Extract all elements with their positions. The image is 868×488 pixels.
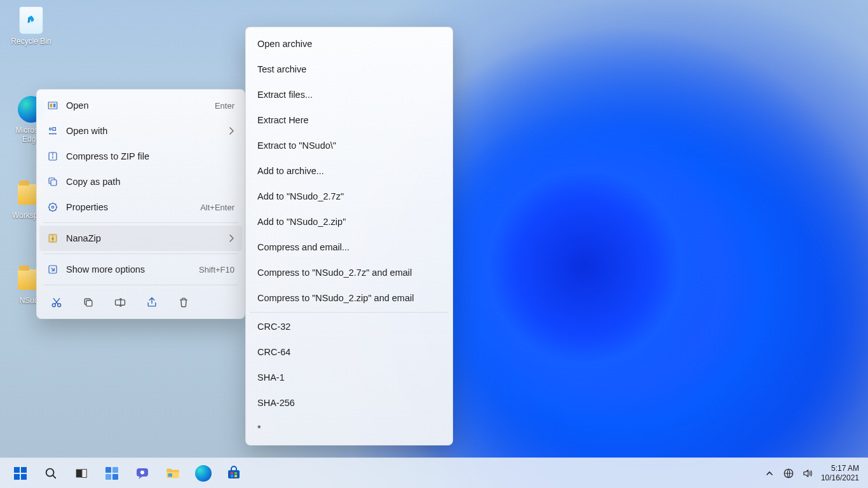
share-button[interactable]	[145, 295, 159, 309]
ctx-open-with[interactable]: Open with	[37, 118, 245, 144]
store-button[interactable]	[221, 461, 247, 486]
ctx-shortcut: Shift+F10	[199, 265, 234, 274]
cut-button[interactable]	[50, 295, 64, 309]
svg-point-6	[52, 133, 53, 135]
desktop-icon-label: Recycle Bin	[6, 37, 56, 46]
svg-point-7	[55, 133, 57, 135]
ctx-label: Compress to ZIP file	[66, 151, 149, 161]
nanazip-icon	[47, 233, 58, 244]
svg-rect-2	[53, 104, 56, 107]
svg-rect-23	[14, 474, 20, 480]
submenu-item[interactable]: Add to "NSudo_2.zip"	[246, 209, 452, 234]
svg-rect-0	[48, 102, 57, 109]
sub-label: SHA-1	[257, 372, 285, 383]
submenu-item[interactable]: Test archive	[246, 57, 452, 82]
separator	[43, 285, 238, 285]
svg-rect-36	[231, 472, 233, 475]
sub-label: Extract Here	[257, 115, 309, 125]
ctx-label: Copy as path	[66, 177, 120, 187]
taskbar: 5:17 AM 10/16/2021	[0, 458, 868, 488]
nanazip-submenu: Open archive Test archive Extract files.…	[245, 27, 453, 445]
svg-rect-24	[21, 474, 27, 480]
chevron-right-icon	[228, 126, 234, 135]
sub-label: Open archive	[257, 39, 312, 49]
svg-rect-38	[231, 475, 233, 477]
ctx-properties[interactable]: Properties Alt+Enter	[37, 194, 245, 220]
rename-button[interactable]	[113, 295, 127, 309]
show-more-icon	[47, 264, 58, 275]
svg-rect-37	[234, 472, 237, 475]
submenu-item[interactable]: Compress and email...	[246, 234, 452, 260]
svg-rect-19	[86, 301, 92, 306]
edge-taskbar-button[interactable]	[191, 461, 216, 486]
svg-point-12	[51, 206, 53, 208]
svg-rect-30	[105, 474, 111, 480]
ctx-copy-as-path[interactable]: Copy as path	[37, 169, 245, 194]
submenu-item[interactable]: Extract files...	[246, 82, 452, 107]
sub-label: Add to "NSudo_2.7z"	[257, 191, 344, 201]
copy-path-icon	[47, 176, 58, 187]
svg-rect-1	[50, 104, 53, 107]
file-explorer-button[interactable]	[160, 461, 186, 486]
submenu-item[interactable]: Compress to "NSudo_2.7z" and email	[246, 260, 452, 285]
ctx-label: Open with	[66, 126, 107, 136]
sub-label: SHA-256	[257, 398, 295, 408]
tray-chevron-up-icon[interactable]	[764, 468, 775, 479]
svg-rect-26	[76, 469, 82, 477]
context-menu: Open Enter Open with Compress to ZIP fil…	[36, 89, 245, 319]
submenu-item[interactable]: Add to "NSudo_2.7z"	[246, 184, 452, 209]
recycle-bin-icon	[17, 6, 45, 34]
ctx-compress-zip[interactable]: Compress to ZIP file	[37, 144, 245, 169]
sub-label: Test archive	[257, 64, 306, 74]
network-icon[interactable]	[783, 468, 794, 479]
svg-rect-31	[112, 474, 118, 480]
sub-label: CRC-32	[257, 322, 290, 332]
submenu-item[interactable]: CRC-64	[246, 339, 452, 365]
start-button[interactable]	[8, 461, 33, 486]
submenu-item[interactable]: Add to archive...	[246, 158, 452, 184]
taskbar-clock[interactable]: 5:17 AM 10/16/2021	[821, 464, 862, 483]
submenu-item[interactable]: Extract Here	[246, 107, 452, 133]
widgets-button[interactable]	[99, 461, 125, 486]
svg-rect-4	[53, 128, 56, 131]
chat-button[interactable]	[130, 461, 155, 486]
copy-button[interactable]	[81, 295, 95, 309]
submenu-item[interactable]: Compress to "NSudo_2.zip" and email	[246, 285, 452, 311]
svg-point-33	[140, 470, 144, 474]
open-with-icon	[47, 125, 58, 137]
svg-rect-34	[168, 473, 172, 477]
svg-rect-22	[21, 467, 27, 473]
desktop-icon-recycle-bin[interactable]: Recycle Bin	[6, 6, 56, 46]
submenu-item[interactable]: SHA-256	[246, 390, 452, 416]
submenu-item[interactable]: CRC-32	[246, 314, 452, 339]
clock-time: 5:17 AM	[821, 464, 859, 473]
zip-icon	[47, 151, 58, 162]
svg-rect-28	[105, 467, 111, 473]
submenu-item[interactable]: Open archive	[246, 31, 452, 57]
separator	[43, 254, 238, 254]
svg-point-17	[58, 304, 61, 307]
separator	[43, 222, 238, 223]
ctx-nanazip[interactable]: NanaZip	[39, 226, 242, 251]
submenu-item[interactable]: Extract to "NSudo\"	[246, 133, 452, 158]
ctx-label: Open	[66, 100, 88, 111]
ctx-shortcut: Alt+Enter	[200, 203, 234, 212]
search-button[interactable]	[38, 461, 64, 486]
svg-rect-20	[116, 300, 125, 305]
sub-label: Compress to "NSudo_2.7z" and email	[257, 268, 412, 278]
ctx-open[interactable]: Open Enter	[37, 93, 245, 118]
svg-rect-27	[82, 469, 86, 477]
submenu-item[interactable]: SHA-1	[246, 365, 452, 390]
ctx-show-more-options[interactable]: Show more options Shift+F10	[37, 257, 245, 282]
open-icon	[47, 100, 58, 111]
sub-label: *	[257, 423, 261, 433]
delete-button[interactable]	[177, 295, 191, 309]
volume-icon[interactable]	[802, 468, 813, 479]
sub-label: Add to "NSudo_2.zip"	[257, 217, 346, 227]
ctx-label: Show more options	[66, 264, 145, 274]
submenu-item[interactable]: *	[246, 416, 452, 441]
task-view-button[interactable]	[69, 461, 94, 486]
svg-point-3	[50, 128, 51, 130]
ctx-label: NanaZip	[66, 233, 101, 243]
sub-label: Compress and email...	[257, 242, 349, 252]
